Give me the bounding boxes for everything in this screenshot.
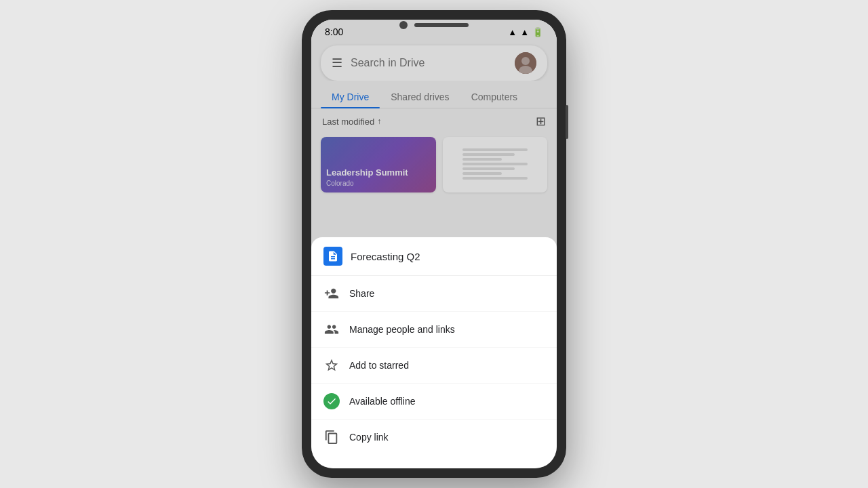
phone-top-bar [302, 21, 566, 29]
copy-link-icon [323, 429, 340, 445]
sheet-title: Forecasting Q2 [351, 251, 420, 262]
copy-link-label: Copy link [349, 432, 389, 443]
share-label: Share [349, 288, 374, 299]
phone-screen: 8:00 ▲ ▲ 🔋 ☰ Search in Drive My Drive [311, 20, 557, 468]
speaker-bar [414, 23, 469, 27]
share-icon [323, 285, 340, 302]
camera-dot [399, 21, 408, 29]
bottom-sheet: Forecasting Q2 Share Manage people [311, 237, 557, 468]
available-offline-icon [323, 393, 340, 409]
copy-link-item[interactable]: Copy link [311, 420, 557, 455]
power-button [566, 105, 568, 139]
star-icon [323, 357, 340, 373]
doc-icon [323, 247, 342, 266]
sheet-header: Forecasting Q2 [311, 237, 557, 276]
available-offline-item[interactable]: Available offline [311, 384, 557, 420]
add-starred-item[interactable]: Add to starred [311, 348, 557, 384]
add-starred-label: Add to starred [349, 360, 409, 371]
share-item[interactable]: Share [311, 276, 557, 312]
manage-people-icon [323, 321, 340, 338]
phone-frame: 8:00 ▲ ▲ 🔋 ☰ Search in Drive My Drive [302, 10, 566, 478]
manage-people-item[interactable]: Manage people and links [311, 312, 557, 348]
manage-people-label: Manage people and links [349, 324, 455, 335]
available-offline-label: Available offline [349, 396, 416, 407]
